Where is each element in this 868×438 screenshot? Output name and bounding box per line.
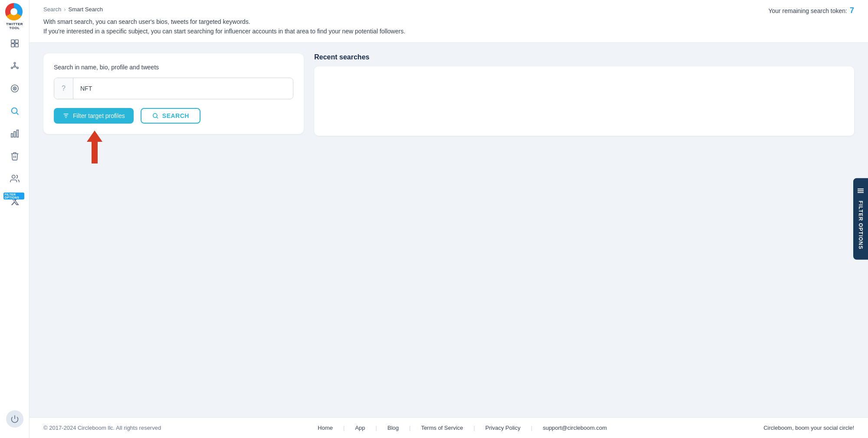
sidebar-item-users[interactable] xyxy=(3,168,26,189)
svg-rect-16 xyxy=(11,134,13,137)
token-label: Your remaining search token: xyxy=(768,7,847,14)
token-info: Your remaining search token: 7 xyxy=(768,6,854,15)
svg-rect-18 xyxy=(16,130,18,137)
sidebar-item-circle[interactable] xyxy=(3,78,26,99)
breadcrumb-separator: › xyxy=(64,6,66,13)
footer-sep-2: | xyxy=(375,425,377,431)
power-button[interactable] xyxy=(6,410,23,428)
sidebar-item-delete[interactable] xyxy=(3,146,26,167)
svg-line-25 xyxy=(157,117,158,118)
trash-icon xyxy=(10,151,20,161)
footer-link-app[interactable]: App xyxy=(355,425,365,431)
content-spacer xyxy=(30,240,868,417)
svg-point-19 xyxy=(12,175,15,178)
svg-rect-17 xyxy=(14,131,16,137)
sidebar-item-dashboard[interactable] xyxy=(3,33,26,54)
svg-point-4 xyxy=(14,62,16,64)
search-section: Search in name, bio, profile and tweets … xyxy=(43,53,304,163)
breadcrumb-current: Smart Search xyxy=(69,6,103,13)
desc-line2: If you're interested in a specific subje… xyxy=(43,26,405,36)
filter-button-label: Filter target profiles xyxy=(73,112,125,119)
copyright-text: © 2017-2024 Circleboom llc. All rights r… xyxy=(43,425,161,431)
footer-link-privacy[interactable]: Privacy Policy xyxy=(485,425,520,431)
new-badge: FILTER OPTIONS xyxy=(3,193,24,199)
svg-rect-2 xyxy=(11,44,14,47)
footer-tagline: Circleboom, boom your social circle! xyxy=(763,425,854,431)
search-button[interactable]: SEARCH xyxy=(141,108,201,124)
analytics-icon xyxy=(10,129,20,138)
svg-line-9 xyxy=(12,67,14,67)
footer-link-tos[interactable]: Terms of Service xyxy=(421,425,463,431)
search-text-input[interactable] xyxy=(73,78,293,99)
search-panel-title: Search in name, bio, profile and tweets xyxy=(54,64,293,71)
sidebar: TWITTER TOOL xyxy=(0,0,30,438)
header-top: Search › Smart Search With smart search,… xyxy=(43,6,854,36)
footer-sep-1: | xyxy=(343,425,345,431)
footer-sep-3: | xyxy=(409,425,411,431)
footer-links: Home | App | Blog | Terms of Service | P… xyxy=(318,425,607,431)
svg-point-24 xyxy=(153,113,157,117)
filter-sidebar-label: FILTER OPTIONS xyxy=(858,201,864,249)
search-actions: Filter target profiles SEARCH xyxy=(54,108,293,124)
footer-link-support[interactable]: support@circleboom.com xyxy=(543,425,607,431)
footer-link-home[interactable]: Home xyxy=(318,425,333,431)
svg-point-5 xyxy=(11,67,13,69)
svg-line-10 xyxy=(15,67,17,67)
network-icon xyxy=(10,61,20,71)
arrow-up xyxy=(87,131,102,163)
header-description: With smart search, you can search user's… xyxy=(43,17,405,36)
recent-searches-panel: Recent searches xyxy=(314,53,854,136)
app-logo[interactable]: TWITTER TOOL xyxy=(5,7,24,26)
page-header: Search › Smart Search With smart search,… xyxy=(30,0,868,43)
token-value: 7 xyxy=(850,6,854,15)
filter-target-profiles-button[interactable]: Filter target profiles xyxy=(54,108,134,124)
sidebar-bottom xyxy=(6,410,23,431)
arrow-stem xyxy=(92,142,98,163)
sidebar-item-x[interactable]: FILTER OPTIONS xyxy=(3,191,26,212)
sidebar-item-network[interactable] xyxy=(3,56,26,76)
recent-searches-box xyxy=(314,66,854,136)
svg-rect-0 xyxy=(11,40,14,43)
filter-sidebar-icon xyxy=(858,189,864,193)
search-button-label: SEARCH xyxy=(162,112,189,119)
svg-rect-1 xyxy=(15,40,18,43)
svg-line-15 xyxy=(16,113,18,114)
search-icon xyxy=(10,106,20,116)
svg-point-7 xyxy=(14,65,16,67)
breadcrumb-parent[interactable]: Search xyxy=(43,6,61,13)
desc-line1: With smart search, you can search user's… xyxy=(43,17,405,26)
filter-icon xyxy=(62,112,69,119)
app-name-label: TWITTER TOOL xyxy=(5,22,24,30)
breadcrumb: Search › Smart Search xyxy=(43,6,405,13)
svg-point-14 xyxy=(11,108,17,114)
filter-options-tab[interactable]: FILTER OPTIONS xyxy=(853,178,868,260)
sidebar-nav: FILTER OPTIONS xyxy=(0,33,29,407)
users-icon xyxy=(10,174,20,183)
main-content: Search › Smart Search With smart search,… xyxy=(30,0,868,438)
content-area: Search in name, bio, profile and tweets … xyxy=(30,43,868,241)
search-panel: Search in name, bio, profile and tweets … xyxy=(43,53,304,134)
recent-searches-title: Recent searches xyxy=(314,53,854,61)
footer-sep-5: | xyxy=(531,425,532,431)
arrow-head xyxy=(87,131,102,142)
sidebar-item-analytics[interactable] xyxy=(3,123,26,144)
svg-point-13 xyxy=(14,88,15,89)
svg-rect-3 xyxy=(15,44,18,47)
arrow-indicator xyxy=(43,131,304,163)
circle-icon xyxy=(10,84,20,93)
sidebar-item-search[interactable] xyxy=(3,101,26,121)
search-btn-icon xyxy=(152,112,159,119)
search-input-row: ? xyxy=(54,78,293,99)
footer: © 2017-2024 Circleboom llc. All rights r… xyxy=(30,417,868,438)
dashboard-icon xyxy=(10,39,20,48)
power-icon xyxy=(10,415,19,423)
search-question-icon: ? xyxy=(54,78,73,99)
footer-link-blog[interactable]: Blog xyxy=(388,425,399,431)
svg-point-6 xyxy=(16,67,18,69)
footer-sep-4: | xyxy=(473,425,475,431)
